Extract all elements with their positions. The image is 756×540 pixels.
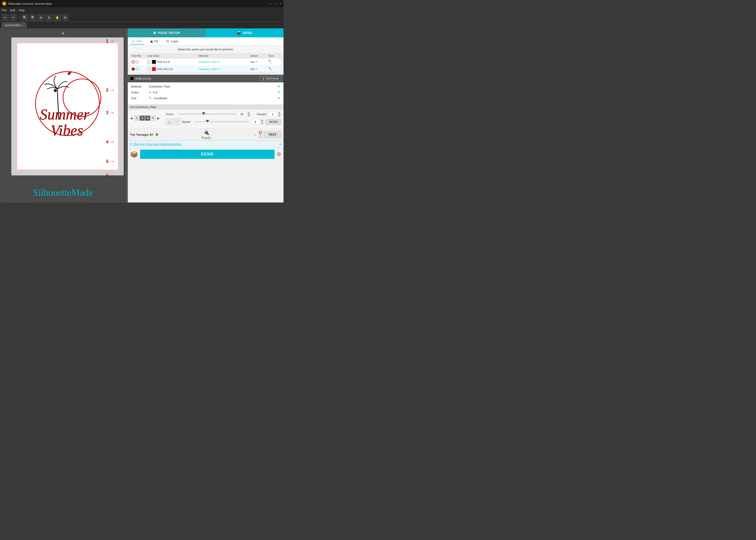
force-spinner[interactable]: ▲ ▼ (247, 111, 250, 117)
action-value-1: Cut (250, 61, 254, 63)
send-tab[interactable]: 📠 SEND (206, 28, 284, 37)
info-link[interactable]: Click here if you have trouble connectin… (133, 143, 182, 146)
zoom-in-btn[interactable]: 🔍 (21, 14, 28, 21)
info-close-btn[interactable]: × (280, 142, 281, 146)
force-up-btn[interactable]: ▲ (247, 111, 250, 114)
design-svg: Summer Vibes Summer Vibes (24, 52, 111, 161)
passes-input[interactable] (268, 111, 277, 117)
section-color-info: RGB (0,0,0) (130, 77, 151, 80)
checkbox-black[interactable] (147, 60, 151, 64)
bottom-bar: 📦 SEND ⚙ (128, 148, 284, 161)
status-radio-bottom[interactable] (259, 135, 262, 138)
tool-row: Tool 🔪 AutoBlade ▼ (131, 96, 280, 100)
action-cell-1[interactable]: Cut ▼ (250, 61, 268, 63)
tab-line[interactable]: ▭ Line (130, 38, 144, 45)
send-setup-icon[interactable]: 📦 (130, 151, 138, 158)
header-linecolor: Line Color (147, 55, 199, 57)
speed-input[interactable] (251, 119, 260, 124)
tool-icon-2: 🔪 (268, 67, 280, 71)
checkbox-red[interactable] (147, 67, 151, 71)
zoom-out-btn[interactable]: 🔍 (30, 14, 36, 21)
menu-file[interactable]: File (2, 9, 7, 12)
speed-slider[interactable] (195, 121, 249, 122)
passes-spinner[interactable]: ▲ ▼ (278, 111, 281, 117)
speed-spinner[interactable]: ▲ ▼ (260, 119, 264, 124)
passes-up-btn[interactable]: ▲ (278, 111, 281, 114)
undo-btn[interactable]: ↩ (2, 14, 9, 21)
force-slider[interactable] (179, 114, 236, 114)
test-button[interactable]: TEST (264, 131, 281, 138)
material-label: Material (131, 85, 147, 88)
table-row[interactable]: RGB (255,0,0) Cardstock, Plain ▼ Cut ▼ 🔪 (130, 66, 281, 73)
force-label: Force (166, 112, 177, 116)
page-setup-tab[interactable]: ⊞ PAGE SETUP (128, 28, 206, 37)
tab-fill-label: Fill (154, 40, 158, 43)
blade-3[interactable]: 3 (140, 116, 145, 121)
app-logo (2, 2, 6, 6)
radio-red[interactable] (132, 68, 135, 70)
force-row: Force ▲ ▼ Passes (166, 111, 281, 117)
page-setup-label: PAGE SETUP (158, 31, 180, 35)
title-bar-left: Silhouette Connect: summervibes (2, 2, 52, 6)
material-dropdown-1[interactable]: Cardstock, Plain ▼ (199, 61, 250, 63)
material-dropdown-btn[interactable]: ▼ (277, 84, 280, 88)
table-row[interactable]: RGB (0,0,0) Cardstock, Plain ▼ Cut ▼ 🔪 (130, 58, 281, 66)
force-speed-area: Force ▲ ▼ Passes (166, 111, 281, 125)
zoom-fit-btn[interactable]: ⊕ (38, 14, 44, 21)
passes-label: Passes (257, 112, 266, 116)
nav-arrows[interactable]: ⬦ (254, 132, 257, 137)
redo-btn[interactable]: ↪ (10, 14, 17, 21)
action-cell-2[interactable]: Cut ▼ (250, 68, 268, 70)
speed-down-btn[interactable]: ▼ (260, 122, 264, 124)
radio-empty-1[interactable] (136, 60, 139, 64)
tab-close-btn[interactable]: × (22, 24, 23, 27)
menu-help[interactable]: Help (19, 9, 25, 12)
settings-area: Material Cardstock, Plain ▼ Action ✂ Cut… (128, 82, 284, 105)
info-icon: ℹ (130, 142, 131, 146)
toolbar: ↩ ↪ 🔍 🔍 ⊕ ⬇ ✋ ⊞ (0, 13, 284, 22)
scroll-up-arrow[interactable]: ▲ (61, 31, 65, 35)
scroll-left-arrow[interactable]: ◀ (1, 197, 4, 202)
action-dropdown-btn[interactable]: ▼ (277, 90, 280, 94)
minimize-btn[interactable]: — (269, 2, 272, 5)
passes-down-btn[interactable]: ▼ (278, 114, 281, 117)
status-bar: The Teenager BT 🔌 Ready ⬦ TEST (128, 128, 284, 140)
window-controls[interactable]: — □ × (269, 2, 281, 5)
send-icon: 📠 (237, 31, 241, 35)
action-row: Action ✂ Cut ▼ (131, 90, 280, 94)
resize-handle[interactable] (126, 28, 128, 202)
close-btn[interactable]: × (280, 2, 281, 5)
blade-next-btn[interactable]: ▶ (157, 116, 160, 120)
force-down-btn[interactable]: ▼ (247, 114, 250, 117)
blade-4[interactable]: 4 (145, 116, 150, 121)
swatch-red (152, 67, 156, 71)
maximize-btn[interactable]: □ (275, 2, 277, 5)
status-controls: ⬦ TEST (254, 131, 281, 138)
add-pause-button[interactable]: ⏸ Add Pause (259, 76, 281, 81)
tab-fill[interactable]: ◉ Fill (148, 39, 160, 44)
blade-prev-btn[interactable]: ◀ (130, 116, 133, 120)
more-button[interactable]: MORE (266, 119, 281, 125)
settings-icon[interactable]: ⚙ (277, 151, 281, 157)
material-dropdown-2[interactable]: Cardstock, Plain ▼ (199, 68, 250, 70)
tab-layer[interactable]: 🗒 Layer (164, 39, 180, 44)
add-btn[interactable]: ⊞ (62, 14, 68, 21)
blade-2[interactable]: 2 (134, 116, 139, 121)
status-radio-top[interactable] (259, 131, 262, 134)
menu-edit[interactable]: Edit (10, 9, 15, 12)
tool-dropdown-btn[interactable]: ▼ (277, 96, 280, 100)
radio-empty-2[interactable] (136, 68, 139, 70)
blade-5[interactable]: 5 (151, 116, 156, 121)
speed-up-btn[interactable]: ▲ (260, 119, 264, 122)
panel-header: ⊞ PAGE SETUP 📠 SEND (128, 28, 284, 37)
color-table-header: Tool No. Line Color Material Action Tool (130, 54, 281, 58)
tab-summervibes[interactable]: summervibes × (2, 23, 27, 28)
force-input[interactable] (237, 111, 246, 117)
send-button[interactable]: SEND (140, 150, 275, 159)
radio-black[interactable] (132, 60, 135, 64)
pan-btn[interactable]: ✋ (54, 14, 61, 21)
action-arrow-2: ▼ (255, 68, 257, 70)
move-down-btn[interactable]: ⬇ (46, 14, 53, 21)
blade-icon: 🔪 (149, 96, 153, 100)
title-bar: Silhouette Connect: summervibes — □ × (0, 0, 284, 7)
